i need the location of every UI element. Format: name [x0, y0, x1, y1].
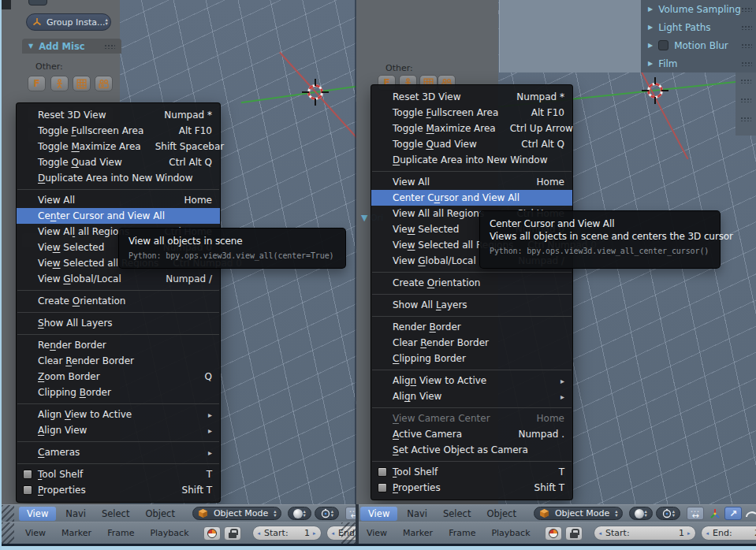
area-divider[interactable] — [356, 504, 359, 544]
frame-start-field[interactable]: ◂Start:1▸ — [594, 526, 696, 541]
timeline-menu-frame[interactable]: Frame — [99, 528, 142, 538]
expander-triangle-icon[interactable]: ▶ — [648, 6, 653, 13]
menu-item[interactable]: View Global/LocalNumpad / — [17, 271, 220, 287]
resize-grip-icon[interactable] — [341, 522, 356, 544]
menu-item[interactable]: Cameras▸ — [17, 444, 220, 460]
panel-grip-icon[interactable] — [741, 61, 752, 66]
dropdown-arrows-icon[interactable]: ▴▾ — [274, 510, 276, 518]
menu-item[interactable]: Create Orientation — [371, 275, 572, 291]
timeline-menu-marker[interactable]: Marker — [395, 528, 441, 538]
resize-grip-icon[interactable] — [2, 505, 14, 522]
expander-triangle-icon[interactable]: ▶ — [648, 60, 653, 67]
timeline-menu-frame[interactable]: Frame — [441, 528, 483, 538]
menu-item[interactable]: View Camera CenterHome — [371, 411, 572, 426]
add-camera-button[interactable] — [95, 76, 113, 91]
group-instance-dropdown[interactable]: Group Insta... ▴▾ — [26, 13, 111, 31]
decrement-arrow-icon[interactable]: ◂ — [706, 530, 709, 537]
add-armature-button[interactable] — [50, 76, 69, 91]
decrement-arrow-icon[interactable]: ◂ — [332, 530, 335, 537]
header-menu-select[interactable]: Select — [94, 508, 137, 519]
timeline-menu-view[interactable]: View — [17, 528, 54, 538]
menu-item[interactable]: Reset 3D ViewNumpad * — [371, 89, 572, 105]
manipulator-toggle-button[interactable]: •••↔ — [345, 507, 356, 520]
viewport-shading-dropdown[interactable]: ▴▾ — [629, 507, 652, 520]
menu-item[interactable]: Tool ShelfT — [17, 466, 220, 482]
menu-item[interactable]: Align View▸ — [371, 388, 572, 404]
menu-item[interactable]: Align View to Active▸ — [371, 373, 572, 388]
dropdown-arrows-icon[interactable]: ▴▾ — [615, 510, 617, 518]
rotate-manipulator-icon[interactable] — [745, 508, 756, 519]
expander-triangle-icon[interactable]: ▶ — [648, 42, 653, 49]
lock-button[interactable] — [224, 526, 241, 541]
dropdown-arrows-icon[interactable]: ▴▾ — [303, 510, 305, 518]
dropdown-arrows-icon[interactable]: ▴▾ — [644, 510, 646, 518]
panel-grip-icon[interactable] — [740, 98, 751, 102]
panel-grip-icon[interactable] — [104, 44, 115, 49]
menu-item[interactable]: Render Border — [371, 319, 572, 335]
menu-item[interactable]: Toggle Maximize AreaShift Spacebar — [17, 139, 220, 154]
manipulator-toggle-button[interactable]: •••↔ — [687, 507, 704, 520]
dropdown-arrows-icon[interactable]: ▴▾ — [105, 18, 107, 26]
properties-panel-row[interactable]: ▶Light Paths — [641, 18, 756, 36]
menu-item[interactable]: Render Border — [17, 337, 220, 353]
add-font-button[interactable]: F — [28, 76, 46, 91]
timeline-menu-marker[interactable]: Marker — [54, 528, 99, 538]
header-menu-navi[interactable]: Navi — [58, 508, 94, 519]
menu-item[interactable]: Toggle Quad ViewCtrl Alt Q — [371, 136, 572, 152]
menu-item[interactable]: Toggle Maximize AreaCtrl Up Arrow — [371, 121, 572, 136]
properties-panel-row[interactable]: ▶Motion Blur — [641, 36, 756, 54]
menu-item[interactable]: Duplicate Area into New Window — [17, 170, 220, 186]
add-lattice-button[interactable] — [73, 76, 91, 91]
menu-item[interactable]: Clipping Border — [371, 351, 572, 366]
frame-start-field[interactable]: ◂Start:1▸ — [252, 526, 322, 541]
panel-grip-icon[interactable] — [740, 117, 751, 121]
playback-sync-button[interactable] — [203, 526, 221, 541]
increment-arrow-icon[interactable]: ▸ — [313, 530, 316, 537]
panel-grip-icon[interactable] — [741, 7, 752, 12]
menu-item[interactable]: Clear Render Border — [371, 335, 572, 351]
menu-item[interactable]: Show All Layers — [17, 315, 220, 331]
menu-item[interactable]: Show All Layers — [371, 297, 572, 313]
properties-panel-row[interactable]: ▶Film — [641, 54, 756, 72]
menu-item[interactable]: Reset 3D ViewNumpad * — [17, 107, 220, 123]
frame-end-field[interactable]: ◂End:250▸ — [701, 526, 756, 541]
header-menu-select[interactable]: Select — [435, 508, 479, 519]
dropdown-arrows-icon[interactable]: ▴▾ — [331, 510, 333, 518]
menu-item[interactable]: Toggle Fullscreen AreaAlt F10 — [17, 123, 220, 139]
viewport-shading-dropdown[interactable]: ▴▾ — [288, 507, 311, 520]
decrement-arrow-icon[interactable]: ◂ — [258, 530, 261, 537]
axis-gizmo-icon[interactable] — [709, 507, 721, 520]
lock-button[interactable] — [565, 526, 583, 541]
menu-item[interactable]: Toggle Fullscreen AreaAlt F10 — [371, 105, 572, 121]
menu-item[interactable]: Set Active Object as Camera — [371, 442, 572, 458]
expander-triangle-icon[interactable]: ▶ — [648, 24, 653, 31]
menu-item[interactable]: Center Cursor and View All — [371, 190, 572, 206]
menu-item[interactable]: View AllHome — [371, 174, 572, 190]
checkbox-icon[interactable] — [658, 40, 668, 50]
dropdown-arrows-icon[interactable]: ▴▾ — [672, 510, 675, 518]
object-mode-dropdown[interactable]: Object Mode▴▾ — [534, 507, 624, 520]
menu-item[interactable]: Align View to Active▸ — [17, 407, 220, 422]
menu-item[interactable]: Active CameraNumpad . — [371, 426, 572, 442]
translate-manipulator-button[interactable]: ↗ — [724, 507, 742, 520]
menu-item[interactable]: Align View▸ — [17, 422, 220, 438]
menu-item[interactable]: Zoom BorderQ — [17, 369, 220, 385]
header-menu-view[interactable]: View — [360, 507, 397, 521]
panel-grip-icon[interactable] — [741, 25, 752, 30]
menu-item[interactable]: Clipping Border — [17, 385, 220, 400]
header-menu-object[interactable]: Object — [137, 508, 182, 519]
timeline-menu-view[interactable]: View — [359, 528, 395, 538]
menu-item[interactable]: Tool ShelfT — [371, 464, 572, 480]
panel-grip-icon[interactable] — [740, 79, 751, 84]
properties-panel-row[interactable]: ▶Volume Sampling — [641, 0, 756, 18]
timeline-menu-playback[interactable]: Playback — [142, 528, 196, 538]
pivot-point-dropdown[interactable]: ▴▾ — [315, 507, 339, 520]
menu-item[interactable]: Create Orientation — [17, 293, 220, 309]
header-menu-object[interactable]: Object — [479, 508, 523, 519]
object-mode-dropdown[interactable]: Object Mode▴▾ — [192, 507, 282, 520]
playback-sync-button[interactable] — [545, 526, 562, 541]
menu-item[interactable]: Center Cursor and View All — [17, 208, 220, 224]
partial-button[interactable] — [28, 0, 47, 6]
timeline-menu-playback[interactable]: Playback — [483, 528, 538, 538]
menu-item[interactable]: Toggle Quad ViewCtrl Alt Q — [17, 154, 220, 170]
